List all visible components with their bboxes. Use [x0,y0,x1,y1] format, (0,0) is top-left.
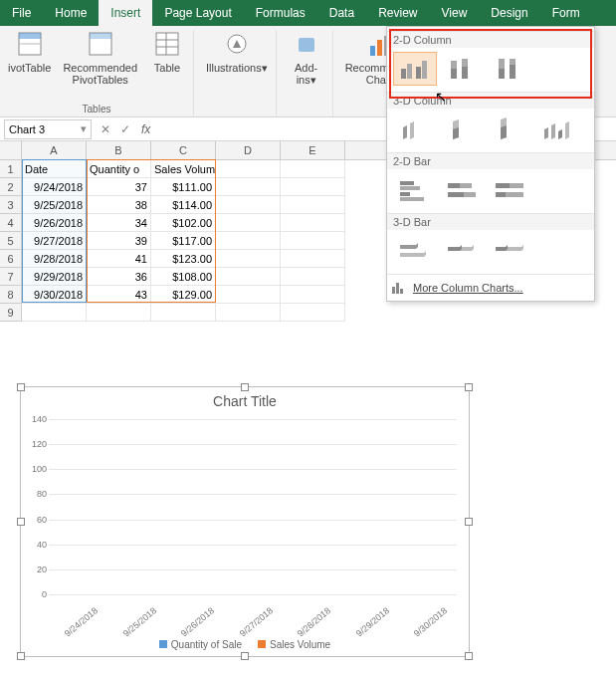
cell[interactable] [216,250,281,268]
cell[interactable]: 38 [87,196,151,214]
cell[interactable]: Sales Volume [151,160,216,178]
cell[interactable]: 41 [87,250,151,268]
row-header[interactable]: 7 [0,268,22,286]
plot-area[interactable]: 020406080100120140 [49,419,457,594]
column-header[interactable] [0,141,22,159]
cell[interactable]: 36 [87,268,151,286]
cell[interactable]: Quantity o [87,160,151,178]
svg-marker-55 [448,245,462,251]
stacked100-bar-thumb[interactable] [489,173,532,207]
tab-home[interactable]: Home [43,0,99,26]
cell[interactable]: 9/28/2018 [22,250,87,268]
name-box[interactable]: Chart 3▾ [4,119,92,139]
tab-file[interactable]: File [0,0,43,26]
stacked-column-thumb[interactable] [441,52,485,86]
cell[interactable] [216,214,281,232]
cell[interactable]: 9/25/2018 [22,196,87,214]
clustered-bar-thumb[interactable] [393,173,437,207]
fx-label[interactable]: fx [135,122,156,136]
tab-design[interactable]: Design [479,0,539,26]
row-header[interactable]: 6 [0,250,22,268]
3d-clustered-bar-thumb[interactable] [393,234,437,268]
column-header[interactable]: A [22,141,87,159]
cell[interactable]: Date [22,160,87,178]
clustered-column-thumb[interactable] [393,52,437,86]
svg-rect-42 [400,192,410,196]
cell[interactable] [281,286,345,304]
cancel-icon[interactable]: ✕ [96,122,115,136]
cell[interactable] [216,160,281,178]
tab-review[interactable]: Review [366,0,429,26]
cell[interactable]: $129.00 [151,286,216,304]
stacked100-column-thumb[interactable] [489,52,532,86]
illustrations-button[interactable]: Illustrations▾ [204,30,270,76]
cell[interactable]: $102.00 [151,214,216,232]
3d-clustered-column-thumb[interactable] [393,113,437,146]
row-header[interactable]: 8 [0,286,22,304]
tab-page-layout[interactable]: Page Layout [152,0,243,26]
cell[interactable] [281,214,345,232]
cell[interactable] [281,232,345,250]
column-header[interactable]: B [87,141,151,159]
cell[interactable]: $114.00 [151,196,216,214]
row-header[interactable]: 2 [0,178,22,196]
cell[interactable]: 37 [87,178,151,196]
3d-stacked-column-thumb[interactable] [441,113,485,146]
cell[interactable] [216,286,281,304]
cell[interactable] [22,304,87,322]
cell[interactable]: 9/27/2018 [22,232,87,250]
cell[interactable]: 34 [87,214,151,232]
recommended-pivottables-button[interactable]: Recommended PivotTables [61,30,139,88]
cell[interactable]: $111.00 [151,178,216,196]
cell[interactable]: 9/29/2018 [22,268,87,286]
more-column-charts[interactable]: More Column Charts... [387,274,594,301]
row-header[interactable]: 3 [0,196,22,214]
3d-column-thumb[interactable] [536,113,580,146]
column-header[interactable]: D [216,141,281,159]
3d-stacked-bar-thumb[interactable] [441,234,485,268]
tab-form[interactable]: Form [540,0,592,26]
cell[interactable]: 43 [87,286,151,304]
cell[interactable]: 9/24/2018 [22,178,87,196]
cell[interactable] [216,304,281,322]
cell[interactable] [281,250,345,268]
3d-stacked100-bar-thumb[interactable] [489,234,532,268]
row-header[interactable]: 4 [0,214,22,232]
cell[interactable] [281,160,345,178]
cell[interactable] [281,178,345,196]
cell[interactable] [151,304,216,322]
tab-view[interactable]: View [430,0,480,26]
addins-button[interactable]: Add- ins▾ [287,30,326,88]
table-button[interactable]: Table [147,30,187,76]
chart-legend[interactable]: Quantity of Sale Sales Volume [21,639,469,650]
svg-rect-59 [396,283,399,294]
cell[interactable] [216,268,281,286]
cell[interactable]: $108.00 [151,268,216,286]
row-header[interactable]: 9 [0,304,22,322]
tab-data[interactable]: Data [317,0,366,26]
cell[interactable] [281,268,345,286]
cell[interactable] [281,304,345,322]
cell[interactable]: 9/26/2018 [22,214,87,232]
cell[interactable] [216,196,281,214]
row-header[interactable]: 5 [0,232,22,250]
cell[interactable]: $123.00 [151,250,216,268]
cell[interactable]: 39 [87,232,151,250]
column-header[interactable]: E [281,141,345,159]
tab-formulas[interactable]: Formulas [244,0,317,26]
cell[interactable]: $117.00 [151,232,216,250]
tab-insert[interactable]: Insert [99,0,152,26]
3d-stacked100-column-thumb[interactable] [489,113,532,146]
column-header[interactable]: C [151,141,216,159]
cell[interactable] [216,178,281,196]
embedded-chart[interactable]: Chart Title 020406080100120140 9/24/2018… [20,386,470,657]
cell[interactable] [281,196,345,214]
cell[interactable] [87,304,151,322]
pivottable-button[interactable]: ivotTable [6,30,53,76]
row-header[interactable]: 1 [0,160,22,178]
chart-title[interactable]: Chart Title [21,393,469,409]
stacked-bar-thumb[interactable] [441,173,485,207]
enter-icon[interactable]: ✓ [115,122,135,136]
cell[interactable] [216,232,281,250]
cell[interactable]: 9/30/2018 [22,286,87,304]
